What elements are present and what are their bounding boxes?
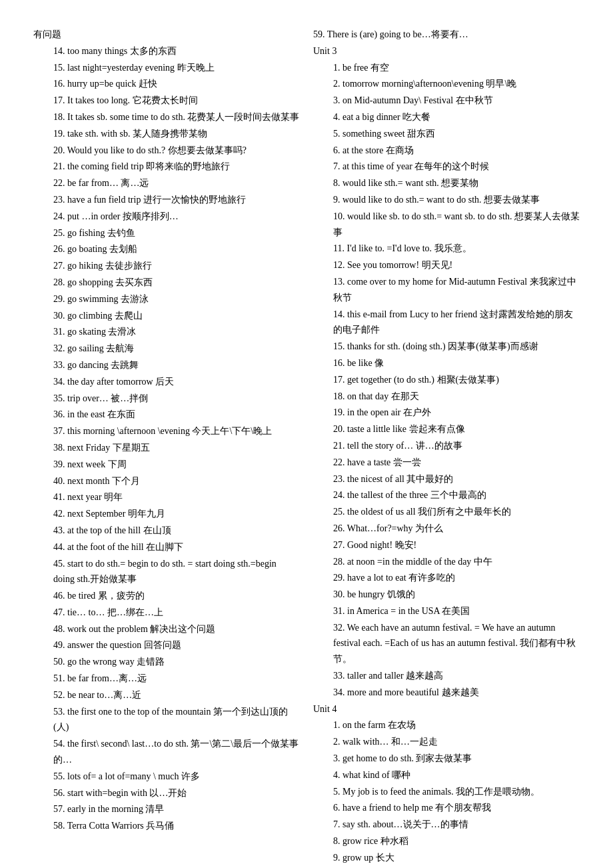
- left-item-13: 26. go boating 去划船: [33, 241, 300, 257]
- right-item-5: 4. eat a big dinner 吃大餐: [313, 109, 580, 125]
- left-item-10: 23. have a fun field trip 进行一次愉快的野地旅行: [33, 192, 300, 208]
- left-item-7: 20. Would you like to do sth.? 你想要去做某事吗?: [33, 143, 300, 159]
- right-item-2: 1. be free 有空: [313, 60, 580, 76]
- right-item-34: 33. taller and taller 越来越高: [313, 668, 580, 684]
- right-item-10: 9. would like to do sth.= want to do sth…: [313, 192, 580, 208]
- right-item-32: 31. in America = in the USA 在美国: [313, 603, 580, 619]
- right-item-13: 12. See you tomorrow! 明天见!: [313, 257, 580, 273]
- left-item-0: 有问题: [33, 27, 300, 43]
- right-item-6: 5. something sweet 甜东西: [313, 126, 580, 142]
- right-item-9: 8. would like sth.= want sth. 想要某物: [313, 175, 580, 191]
- left-item-45: 58. Terra Cotta Warriors 兵马俑: [33, 818, 300, 834]
- right-item-27: 26. What…for?=why 为什么: [313, 521, 580, 537]
- left-item-17: 30. go climbing 去爬山: [33, 308, 300, 324]
- left-item-33: 46. be tired 累，疲劳的: [33, 588, 300, 604]
- left-item-16: 29. go swimming 去游泳: [33, 291, 300, 307]
- right-item-12: 11. I'd like to. =I'd love to. 我乐意。: [313, 241, 580, 257]
- left-item-30: 43. at the top of the hill 在山顶: [33, 523, 300, 539]
- left-item-39: 52. be near to…离…近: [33, 687, 300, 703]
- left-item-19: 32. go sailing 去航海: [33, 341, 300, 357]
- right-item-17: 16. be like 像: [313, 355, 580, 371]
- right-item-36: Unit 4: [313, 701, 580, 717]
- left-item-12: 25. go fishing 去钓鱼: [33, 225, 300, 241]
- left-item-24: 37. this morning \afternoon \evening 今天上…: [33, 423, 300, 439]
- right-item-41: 5. My job is to feed the animals. 我的工作是喂…: [313, 784, 580, 800]
- left-item-20: 33. go dancing 去跳舞: [33, 357, 300, 373]
- left-item-18: 31. go skating 去滑冰: [33, 324, 300, 340]
- page-container: 有问题14. too many things 太多的东西15. last nig…: [33, 27, 580, 867]
- right-item-4: 3. on Mid-autumn Day\ Festival 在中秋节: [313, 93, 580, 109]
- left-item-25: 38. next Friday 下星期五: [33, 440, 300, 456]
- right-item-26: 25. the oldest of us all 我们所有之中最年长的: [313, 504, 580, 520]
- left-item-42: 55. lots of= a lot of=many \ much 许多: [33, 769, 300, 785]
- right-item-37: 1. on the farm 在农场: [313, 717, 580, 733]
- left-item-40: 53. the first one to the top of the moun…: [33, 704, 300, 736]
- left-item-23: 36. in the east 在东面: [33, 407, 300, 423]
- right-item-33: 32. We each have an autumn festival. = W…: [313, 620, 580, 667]
- right-item-45: 9. grow up 长大: [313, 850, 580, 866]
- right-item-8: 7. at this time of year 在每年的这个时候: [313, 159, 580, 175]
- right-item-15: 14. this e-mail from Lucy to her friend …: [313, 307, 580, 339]
- right-item-18: 17. get together (to do sth.) 相聚(去做某事): [313, 372, 580, 388]
- left-item-29: 42. next September 明年九月: [33, 506, 300, 522]
- right-item-28: 27. Good night! 晚安!: [313, 537, 580, 553]
- right-item-39: 3. get home to do sth. 到家去做某事: [313, 751, 580, 767]
- left-item-28: 41. next year 明年: [33, 489, 300, 505]
- left-item-9: 22. be far from… 离…远: [33, 175, 300, 191]
- left-item-8: 21. the coming field trip 即将来临的野地旅行: [33, 159, 300, 175]
- right-item-22: 21. tell the story of… 讲…的故事: [313, 438, 580, 454]
- right-item-23: 22. have a taste 尝一尝: [313, 455, 580, 471]
- right-item-25: 24. the tallest of the three 三个中最高的: [313, 487, 580, 503]
- right-item-16: 15. thanks for sth. (doing sth.) 因某事(做某事…: [313, 339, 580, 355]
- left-item-37: 50. go the wrong way 走错路: [33, 654, 300, 670]
- left-item-1: 14. too many things 太多的东西: [33, 43, 300, 59]
- left-item-21: 34. the day after tomorrow 后天: [33, 374, 300, 390]
- right-item-14: 13. come over to my home for Mid-autumn …: [313, 274, 580, 306]
- right-item-42: 6. have a friend to help me 有个朋友帮我: [313, 800, 580, 816]
- right-item-11: 10. would like sb. to do sth.= want sb. …: [313, 209, 580, 241]
- left-item-26: 39. next week 下周: [33, 457, 300, 473]
- left-item-43: 56. start with=begin with 以…开始: [33, 785, 300, 801]
- right-item-21: 20. taste a little like 尝起来有点像: [313, 421, 580, 437]
- right-item-29: 28. at noon =in the middle of the day 中午: [313, 554, 580, 570]
- right-item-20: 19. in the open air 在户外: [313, 405, 580, 421]
- right-item-38: 2. walk with… 和…一起走: [313, 734, 580, 750]
- left-item-41: 54. the first\ second\ last…to do sth. 第…: [33, 736, 300, 768]
- right-item-43: 7. say sth. about…说关于…的事情: [313, 817, 580, 833]
- left-item-4: 17. It takes too long. 它花费太长时间: [33, 93, 300, 109]
- left-item-36: 49. answer the question 回答问题: [33, 637, 300, 653]
- right-item-7: 6. at the store 在商场: [313, 143, 580, 159]
- right-item-24: 23. the nicest of all 其中最好的: [313, 471, 580, 487]
- right-item-3: 2. tomorrow morning\afternoon\evening 明早…: [313, 76, 580, 92]
- left-item-5: 18. It takes sb. some time to do sth. 花费…: [33, 109, 300, 125]
- right-item-44: 8. grow rice 种水稻: [313, 833, 580, 849]
- left-item-38: 51. be far from…离…远: [33, 671, 300, 687]
- left-item-27: 40. next month 下个月: [33, 473, 300, 489]
- left-item-6: 19. take sth. with sb. 某人随身携带某物: [33, 126, 300, 142]
- left-column: 有问题14. too many things 太多的东西15. last nig…: [33, 27, 300, 867]
- right-column: 59. There is (are) going to be…将要有…Unit …: [313, 27, 580, 867]
- right-item-19: 18. on that day 在那天: [313, 389, 580, 405]
- left-item-22: 35. trip over… 被…拌倒: [33, 391, 300, 407]
- right-item-0: 59. There is (are) going to be…将要有…: [313, 27, 580, 43]
- left-item-14: 27. go hiking 去徒步旅行: [33, 258, 300, 274]
- left-item-15: 28. go shopping 去买东西: [33, 275, 300, 291]
- right-item-31: 30. be hungry 饥饿的: [313, 587, 580, 603]
- left-item-35: 48. work out the problem 解决出这个问题: [33, 621, 300, 637]
- left-item-2: 15. last night=yesterday evening 昨天晚上: [33, 60, 300, 76]
- left-item-32: 45. start to do sth.= begin to do sth. =…: [33, 556, 300, 588]
- left-item-34: 47. tie… to… 把…绑在…上: [33, 605, 300, 621]
- right-item-1: Unit 3: [313, 43, 580, 59]
- left-item-11: 24. put …in order 按顺序排列…: [33, 209, 300, 225]
- left-item-44: 57. early in the morning 清早: [33, 801, 300, 817]
- right-item-30: 29. have a lot to eat 有许多吃的: [313, 570, 580, 586]
- right-item-40: 4. what kind of 哪种: [313, 767, 580, 783]
- right-item-35: 34. more and more beautiful 越来越美: [313, 685, 580, 701]
- left-item-3: 16. hurry up=be quick 赶快: [33, 76, 300, 92]
- left-item-31: 44. at the foot of the hill 在山脚下: [33, 539, 300, 555]
